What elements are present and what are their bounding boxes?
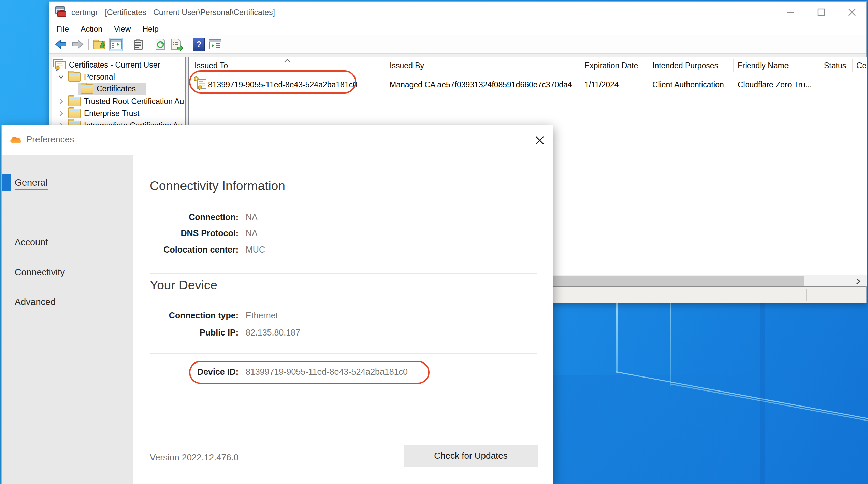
export-list-icon[interactable] xyxy=(170,38,184,51)
column-header-issued-to[interactable]: Issued To xyxy=(194,57,228,74)
preferences-title: Preferences xyxy=(26,134,74,145)
tree-item-trusted-root[interactable]: Trusted Root Certification Au xyxy=(52,96,185,107)
refresh-icon[interactable] xyxy=(154,38,167,51)
tab-connectivity[interactable]: Connectivity xyxy=(15,267,65,278)
cell-friendly-name: Cloudflare Zero Tru... xyxy=(738,74,812,95)
tree-item-personal[interactable]: Personal xyxy=(52,71,185,83)
certmgr-menubar: File Action View Help xyxy=(49,23,866,35)
close-icon[interactable] xyxy=(842,3,862,21)
desktop: certmgr - [Certificates - Current User\P… xyxy=(0,0,868,484)
check-for-updates-button[interactable]: Check for Updates xyxy=(404,445,538,467)
dns-protocol-label: DNS Protocol: xyxy=(133,228,238,238)
cloudflare-logo xyxy=(10,136,23,144)
connection-value: NA xyxy=(246,212,258,222)
column-header-certificate[interactable]: Ce xyxy=(856,57,866,74)
console-tree-icon[interactable] xyxy=(109,38,123,51)
public-ip-label: Public IP: xyxy=(133,328,238,338)
tree-enterprise-trust-label: Enterprise Trust xyxy=(84,109,139,118)
folder-icon xyxy=(68,97,81,106)
column-separator[interactable] xyxy=(581,59,581,72)
statusbar-separator xyxy=(716,289,716,301)
help-glyph: ? xyxy=(193,38,205,51)
cell-issued-by: Managed CA ae57f03931324f08591d660e7c370… xyxy=(390,74,572,95)
public-ip-value: 82.135.80.187 xyxy=(246,328,300,338)
tree-item-root[interactable]: Certificates - Current User xyxy=(52,59,185,71)
help-icon[interactable]: ? xyxy=(192,38,206,51)
menu-view[interactable]: View xyxy=(114,25,131,34)
folder-icon xyxy=(81,84,93,94)
column-header-status[interactable]: Status xyxy=(824,57,846,74)
column-separator[interactable] xyxy=(733,59,734,72)
cell-issued-to: 81399719-9055-11ed-8e43-524a2ba181c0 xyxy=(208,74,357,95)
close-icon[interactable] xyxy=(533,133,547,147)
section-divider xyxy=(150,273,537,274)
column-separator[interactable] xyxy=(385,59,385,72)
tree-trusted-root-label: Trusted Root Certification Au xyxy=(84,97,184,106)
column-header-friendly-name[interactable]: Friendly Name xyxy=(738,57,789,74)
certmgr-titlebar: certmgr - [Certificates - Current User\P… xyxy=(49,2,866,23)
device-id-label: Device ID: xyxy=(133,367,238,377)
menu-help[interactable]: Help xyxy=(142,25,158,34)
info-row-connection: Connection: NA xyxy=(133,212,474,222)
active-tab-underline xyxy=(15,189,48,190)
certificate-key-icon xyxy=(193,75,207,92)
certmgr-window-title: certmgr - [Certificates - Current User\P… xyxy=(71,8,275,17)
wallpaper-beam xyxy=(616,303,618,373)
column-header-expiration-date[interactable]: Expiration Date xyxy=(584,57,638,74)
info-row-public-ip: Public IP: 82.135.80.187 xyxy=(133,328,474,338)
chevron-right-icon[interactable] xyxy=(57,98,65,105)
tree-personal-label: Personal xyxy=(84,72,115,82)
minimize-icon[interactable] xyxy=(781,3,800,21)
up-folder-icon[interactable] xyxy=(93,38,106,51)
connection-label: Connection: xyxy=(133,212,238,222)
toolbar-separator xyxy=(188,39,188,50)
info-row-device-id: Device ID: 81399719-9055-11ed-8e43-524a2… xyxy=(133,367,474,377)
certmgr-toolbar: ? xyxy=(49,35,866,54)
colocation-label: Colocation center: xyxy=(133,245,238,255)
connection-type-label: Connection type: xyxy=(133,311,238,321)
show-window-icon[interactable] xyxy=(208,38,222,51)
certmgr-app-icon xyxy=(54,6,67,19)
info-row-colocation: Colocation center: MUC xyxy=(133,245,474,255)
connection-type-value: Ethernet xyxy=(246,311,278,321)
colocation-value: MUC xyxy=(246,245,265,255)
info-row-connection-type: Connection type: Ethernet xyxy=(133,311,474,321)
cell-expiration-date: 1/11/2024 xyxy=(584,74,619,95)
version-text: Version 2022.12.476.0 xyxy=(150,452,238,463)
tree-item-enterprise-trust[interactable]: Enterprise Trust xyxy=(52,108,185,119)
toolbar-separator xyxy=(88,39,89,50)
tab-general[interactable]: General xyxy=(15,177,47,188)
preferences-sidebar: General Account Connectivity Advanced xyxy=(2,155,133,484)
sort-asc-icon xyxy=(283,58,291,65)
toolbar-separator xyxy=(149,39,149,50)
preferences-titlebar: Preferences xyxy=(6,134,74,145)
active-tab-indicator xyxy=(2,174,11,191)
toolbar-separator xyxy=(127,39,127,50)
wallpaper-shade xyxy=(553,375,868,484)
chevron-down-icon[interactable] xyxy=(57,73,65,81)
column-header-intended-purposes[interactable]: Intended Purposes xyxy=(652,57,718,74)
clipboard-icon[interactable] xyxy=(131,38,145,51)
dns-protocol-value: NA xyxy=(246,228,258,238)
menu-action[interactable]: Action xyxy=(81,25,102,34)
chevron-right-icon[interactable] xyxy=(57,110,65,117)
column-separator[interactable] xyxy=(647,59,647,72)
section-heading-connectivity: Connectivity Information xyxy=(150,179,285,193)
column-separator[interactable] xyxy=(852,59,853,72)
tree-certificates-label: Certificates xyxy=(97,84,136,94)
back-icon[interactable] xyxy=(54,38,68,51)
tab-account[interactable]: Account xyxy=(15,237,48,248)
wallpaper-beam xyxy=(670,303,671,386)
section-heading-your-device: Your Device xyxy=(150,278,217,293)
column-header-issued-by[interactable]: Issued By xyxy=(390,57,424,74)
menu-file[interactable]: File xyxy=(56,25,69,34)
tree-item-certificates[interactable]: Certificates xyxy=(52,83,185,95)
preferences-window: Preferences General Account Connectivity… xyxy=(1,125,553,484)
info-row-dns-protocol: DNS Protocol: NA xyxy=(133,228,474,238)
maximize-icon[interactable] xyxy=(812,3,831,21)
tab-advanced[interactable]: Advanced xyxy=(15,296,56,308)
column-separator[interactable] xyxy=(818,59,818,72)
forward-icon[interactable] xyxy=(71,38,84,51)
cell-intended-purposes: Client Authentication xyxy=(652,74,724,95)
scroll-right-icon[interactable] xyxy=(850,275,866,286)
